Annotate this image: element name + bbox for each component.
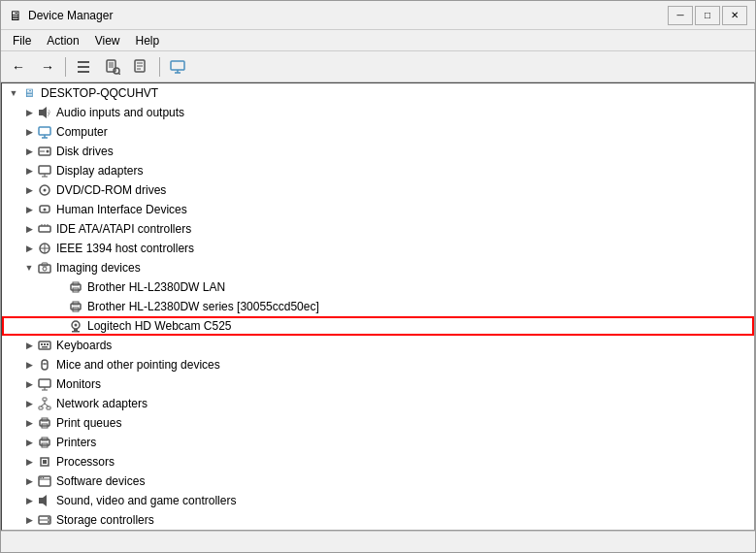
- logitech-webcam-item[interactable]: Logitech HD Webcam C525: [2, 316, 754, 336]
- svg-point-81: [43, 477, 45, 479]
- list-item[interactable]: ▶ IDE ATA/ATAPI controllers: [2, 219, 754, 239]
- svg-point-50: [75, 324, 78, 327]
- maximize-button[interactable]: □: [695, 6, 720, 25]
- svg-point-41: [43, 267, 47, 271]
- svg-rect-20: [39, 127, 50, 135]
- list-item[interactable]: ▶ Processors: [2, 452, 754, 472]
- item-label: Network adapters: [56, 397, 148, 410]
- list-item[interactable]: Brother HL-L2380DW series [30055ccd50ec]: [2, 297, 754, 316]
- menu-action[interactable]: Action: [39, 32, 86, 49]
- expander[interactable]: ▶: [21, 144, 37, 159]
- expander[interactable]: ▶: [21, 512, 37, 528]
- list-item[interactable]: Brother HL-L2380DW LAN: [2, 277, 754, 297]
- expander[interactable]: ▶: [21, 338, 37, 353]
- window-icon: 🖥: [9, 8, 22, 23]
- expander[interactable]: ▶: [21, 454, 37, 470]
- expander[interactable]: ▼: [21, 260, 37, 276]
- svg-line-68: [41, 404, 45, 407]
- svg-rect-77: [43, 460, 47, 464]
- menu-view[interactable]: View: [87, 32, 128, 49]
- expander[interactable]: ▶: [21, 473, 37, 489]
- expander[interactable]: ▶: [21, 221, 37, 237]
- monitor-icon: [170, 59, 185, 75]
- list-icon: [76, 59, 91, 75]
- back-button[interactable]: ←: [5, 54, 32, 80]
- item-label: Human Interface Devices: [56, 203, 187, 216]
- list-item[interactable]: ▶ Print queues: [2, 413, 754, 433]
- item-label: Display adapters: [56, 164, 143, 178]
- disk-icon: [37, 144, 52, 159]
- expander[interactable]: ▶: [21, 357, 37, 373]
- show-hide-button[interactable]: [70, 54, 97, 80]
- expander[interactable]: ▶: [21, 182, 37, 198]
- item-label: Mice and other pointing devices: [56, 358, 220, 372]
- svg-rect-2: [78, 71, 89, 73]
- print-queue-icon: [37, 415, 52, 431]
- list-item[interactable]: ▶ Mice and other pointing devices: [2, 355, 754, 374]
- toolbar: ← →: [1, 51, 755, 82]
- expander[interactable]: ▶: [21, 376, 37, 392]
- hid-icon: [37, 202, 52, 217]
- svg-rect-65: [39, 407, 43, 409]
- expander[interactable]: ▶: [21, 202, 37, 217]
- item-label: Storage controllers: [56, 513, 154, 527]
- printer-icon: [68, 299, 83, 314]
- root-expander[interactable]: ▼: [6, 85, 21, 101]
- list-item[interactable]: ▼ Imaging devices: [2, 258, 754, 277]
- list-item[interactable]: ▶ Network adapters: [2, 394, 754, 413]
- svg-rect-0: [78, 61, 89, 63]
- properties-button[interactable]: [99, 54, 126, 80]
- content-area: ▼ 🖥 DESKTOP-QQCUHVT ▶ )) Audio inputs an…: [1, 82, 755, 531]
- forward-button[interactable]: →: [34, 54, 61, 80]
- expander[interactable]: ▶: [21, 124, 37, 140]
- network-icon: [37, 396, 52, 411]
- webcam-icon: [68, 318, 83, 334]
- monitor-button[interactable]: [164, 54, 191, 80]
- list-item[interactable]: ▶ Keyboards: [2, 336, 754, 355]
- computer-icon: 🖥: [21, 85, 37, 101]
- sound-video-icon: [37, 493, 52, 508]
- svg-rect-64: [43, 398, 47, 401]
- menu-file[interactable]: File: [5, 32, 39, 49]
- ieee-icon: [37, 241, 52, 256]
- expander[interactable]: ▶: [21, 105, 37, 120]
- list-item[interactable]: ▶ Software devices: [2, 472, 754, 491]
- svg-rect-82: [39, 498, 43, 504]
- item-label: Keyboards: [56, 339, 112, 352]
- expander[interactable]: ▶: [21, 493, 37, 508]
- svg-rect-16: [39, 110, 43, 115]
- list-item[interactable]: ▶ Computer: [2, 122, 754, 142]
- list-item[interactable]: ▶ Display adapters: [2, 161, 754, 180]
- svg-rect-56: [47, 343, 49, 345]
- menu-bar: File Action View Help: [1, 30, 755, 51]
- tree-root[interactable]: ▼ 🖥 DESKTOP-QQCUHVT: [2, 83, 754, 103]
- list-item[interactable]: ▶ Human Interface Devices: [2, 200, 754, 219]
- list-item[interactable]: ▶ DVD/CD-ROM drives: [2, 180, 754, 200]
- menu-help[interactable]: Help: [128, 32, 168, 49]
- audio-icon: )): [37, 105, 52, 120]
- item-label: Sound, video and game controllers: [56, 494, 236, 507]
- close-button[interactable]: ✕: [722, 6, 747, 25]
- monitor-device-icon: [37, 376, 52, 392]
- expander[interactable]: ▶: [21, 241, 37, 256]
- list-item[interactable]: ▶ )) Audio inputs and outputs: [2, 103, 754, 122]
- svg-rect-26: [39, 166, 50, 174]
- expander[interactable]: ▶: [21, 415, 37, 431]
- expander[interactable]: ▶: [21, 396, 37, 411]
- expander[interactable]: ▶: [21, 435, 37, 450]
- tree-panel[interactable]: ▼ 🖥 DESKTOP-QQCUHVT ▶ )) Audio inputs an…: [1, 82, 755, 531]
- list-item[interactable]: ▶ Storage controllers: [2, 510, 754, 530]
- update-driver-button[interactable]: [128, 54, 155, 80]
- list-item[interactable]: ▶ Disk drives: [2, 142, 754, 161]
- svg-point-24: [47, 150, 49, 153]
- minimize-button[interactable]: ─: [668, 6, 693, 25]
- imaging-icon: [37, 260, 52, 276]
- list-item[interactable]: ▶ IEEE 1394 host controllers: [2, 239, 754, 258]
- expander[interactable]: ▶: [21, 163, 37, 179]
- list-item[interactable]: ▶ Printers: [2, 433, 754, 452]
- list-item[interactable]: ▶ Sound, video and game controllers: [2, 491, 754, 510]
- root-label: DESKTOP-QQCUHVT: [41, 86, 158, 100]
- list-item[interactable]: ▶ Monitors: [2, 374, 754, 394]
- item-label: IDE ATA/ATAPI controllers: [56, 222, 191, 236]
- printers-icon: [37, 435, 52, 450]
